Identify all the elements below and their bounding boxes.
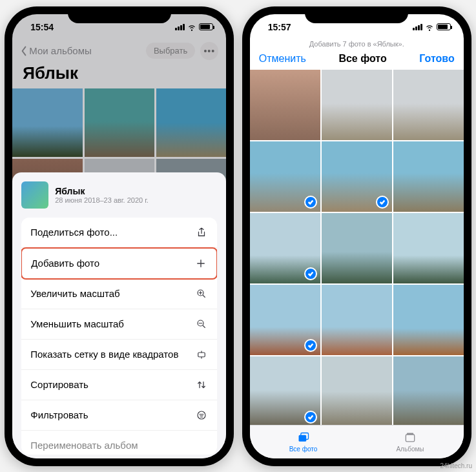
picker-photo[interactable] [393,70,464,140]
albums-icon [403,431,417,444]
aspect-icon [195,348,208,361]
picker-photo[interactable] [250,285,320,355]
menu-rename[interactable]: Переименовать альбом [21,431,217,455]
svg-rect-2 [198,353,205,357]
picker-photo[interactable] [393,356,464,425]
sheet-overlay[interactable]: Яблык 28 июня 2018–23 авг. 2020 г. Подел… [12,14,226,458]
screen-left: 15:54 Мои альбомы Выбрать ••• Яблык [12,14,226,458]
zoom-out-icon [195,318,208,331]
menu-filter[interactable]: Фильтровать [21,400,217,431]
tab-albums[interactable]: Альбомы [357,426,464,458]
picker-photo[interactable] [322,285,392,355]
action-sheet: Яблык 28 июня 2018–23 авг. 2020 г. Подел… [12,172,226,458]
menu-zoom-in[interactable]: Увеличить масштаб [21,279,217,309]
cancel-button[interactable]: Отменить [259,53,306,65]
picker-photo[interactable] [250,70,320,140]
picker-photo[interactable] [393,285,464,355]
watermark: 24hitech.ru [440,462,472,469]
phone-right: 15:57 Добавить 7 фото в «Яблык». Отменит… [242,6,471,466]
check-icon [304,339,317,352]
notch [305,6,408,23]
tab-bar: Все фото Альбомы [250,425,464,458]
menu-label: Переименовать альбом [30,440,138,451]
sort-icon [195,378,208,391]
plus-icon [194,257,207,270]
check-icon [304,196,317,209]
menu-label: Фильтровать [30,409,88,420]
tab-label: Все фото [289,446,318,453]
share-icon [195,226,208,239]
zoom-in-icon [195,287,208,300]
battery-icon [437,23,451,30]
cellular-signal-icon [413,24,422,30]
menu-label: Добавить фото [31,258,99,269]
picker-photo[interactable] [393,141,464,212]
menu-label: Увеличить масштаб [30,288,119,299]
menu-sort[interactable]: Сортировать [21,370,217,400]
svg-rect-6 [406,435,414,442]
menu-add-photo[interactable]: Добавить фото [21,247,217,280]
menu-zoom-out[interactable]: Уменьшить масштаб [21,309,217,340]
picker-photo[interactable] [250,213,320,283]
filter-icon [195,409,208,422]
menu-label: Сортировать [30,379,88,390]
menu-label: Показать сетку в виде квадратов [30,349,178,360]
done-button[interactable]: Готово [419,53,454,65]
picker-photo[interactable] [322,70,392,140]
sheet-header: Яблык 28 июня 2018–23 авг. 2020 г. [21,181,217,209]
photos-stack-icon [296,431,311,444]
picker-photo[interactable] [250,141,320,212]
notch [68,6,171,23]
screen-right: 15:57 Добавить 7 фото в «Яблык». Отменит… [250,14,464,458]
check-icon [304,411,317,424]
check-icon [376,196,389,209]
tab-label: Альбомы [396,446,424,453]
check-icon [304,267,317,280]
picker-photo[interactable] [322,356,392,425]
menu-square-grid[interactable]: Показать сетку в виде квадратов [21,340,217,370]
picker-photo[interactable] [250,356,320,425]
svg-point-3 [198,411,205,419]
pencil-icon [195,439,208,452]
wifi-icon [425,23,434,32]
clock: 15:57 [268,22,291,32]
sheet-date-range: 28 июня 2018–23 авг. 2020 г. [55,196,149,204]
menu-card: Поделиться фото... Добавить фото Увеличи… [21,218,217,455]
sheet-thumbnail [21,181,48,209]
picker-title: Все фото [338,53,386,65]
sheet-title: Яблык [55,186,149,196]
photo-picker-grid [250,70,464,425]
status-icons [413,23,451,32]
menu-label: Уменьшить масштаб [30,318,124,329]
svg-rect-7 [407,433,413,435]
picker-photo[interactable] [322,141,392,212]
picker-photo[interactable] [393,213,464,283]
tab-all-photos[interactable]: Все фото [250,426,357,458]
menu-share[interactable]: Поделиться фото... [21,218,217,248]
svg-rect-4 [298,435,306,441]
picker-subheader: Добавить 7 фото в «Яблык». [250,40,464,50]
picker-photo[interactable] [322,213,392,283]
phone-left: 15:54 Мои альбомы Выбрать ••• Яблык [5,6,234,466]
picker-header: Отменить Все фото Готово [250,50,464,70]
menu-label: Поделиться фото... [30,227,118,238]
